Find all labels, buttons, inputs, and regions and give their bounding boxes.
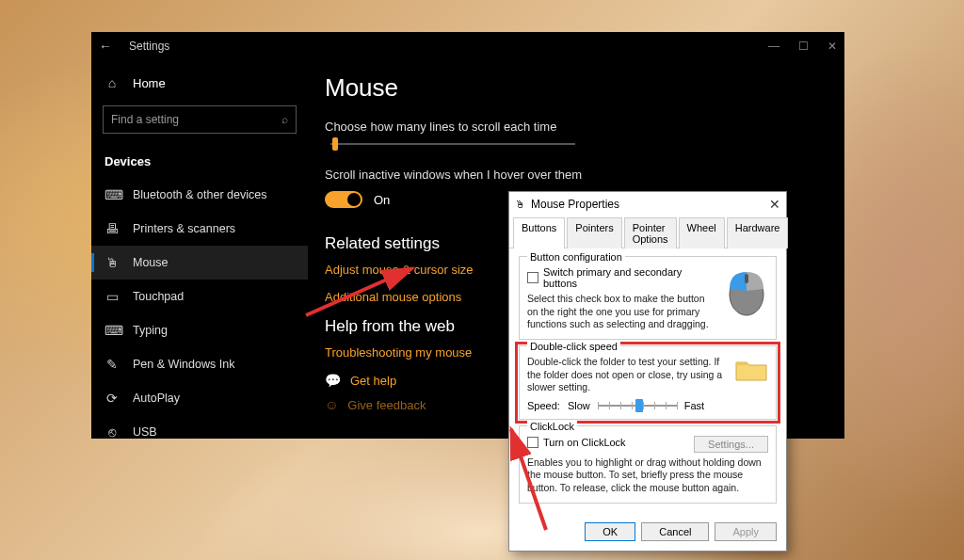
home-nav[interactable]: ⌂ Home bbox=[91, 68, 308, 98]
sidebar-item-label: Typing bbox=[133, 324, 168, 337]
dialog-close-button[interactable]: ✕ bbox=[769, 197, 780, 212]
toggle-state-label: On bbox=[374, 193, 390, 207]
window-title: Settings bbox=[129, 40, 768, 53]
sidebar: ⌂ Home Find a setting ⌕ Devices ⌨Bluetoo… bbox=[91, 60, 308, 439]
sidebar-item-label: USB bbox=[133, 425, 157, 439]
maximize-button[interactable]: ☐ bbox=[798, 40, 809, 53]
slider-thumb[interactable] bbox=[332, 137, 338, 151]
sidebar-item-autoplay[interactable]: ⟳AutoPlay bbox=[91, 381, 308, 415]
scroll-lines-slider[interactable] bbox=[330, 143, 575, 145]
dialog-title: Mouse Properties bbox=[531, 198, 619, 211]
double-click-speed-slider[interactable] bbox=[598, 405, 677, 407]
speed-label: Speed: bbox=[527, 400, 560, 411]
home-label: Home bbox=[133, 76, 166, 90]
sidebar-item-touchpad[interactable]: ▭Touchpad bbox=[91, 280, 308, 313]
tab-pointer-options[interactable]: Pointer Options bbox=[624, 217, 677, 248]
inactive-scroll-label: Scroll inactive windows when I hover ove… bbox=[325, 168, 827, 182]
dialog-titlebar: 🖱 Mouse Properties ✕ bbox=[509, 192, 786, 216]
clicklock-fieldset: ClickLock Turn on ClickLock Settings... … bbox=[519, 425, 777, 504]
sidebar-item-mouse[interactable]: 🖱Mouse bbox=[91, 246, 308, 280]
mouse-icon: 🖱 bbox=[515, 199, 525, 210]
home-icon: ⌂ bbox=[104, 75, 120, 90]
inactive-scroll-toggle[interactable] bbox=[325, 191, 362, 208]
tab-wheel[interactable]: Wheel bbox=[679, 217, 725, 248]
sidebar-item-label: Pen & Windows Ink bbox=[133, 358, 234, 371]
test-folder-icon[interactable] bbox=[734, 356, 768, 384]
feedback-icon: ☺ bbox=[325, 397, 338, 412]
keyboard-icon: ⌨ bbox=[104, 323, 120, 338]
search-input[interactable]: Find a setting ⌕ bbox=[103, 105, 297, 134]
double-click-fieldset: Double-click speed Double-click the fold… bbox=[519, 345, 777, 420]
autoplay-icon: ⟳ bbox=[104, 391, 120, 406]
sidebar-list: ⌨Bluetooth & other devices 🖶Printers & s… bbox=[91, 178, 308, 439]
svg-rect-1 bbox=[745, 274, 748, 283]
touchpad-icon: ▭ bbox=[104, 289, 120, 304]
sidebar-item-printers[interactable]: 🖶Printers & scanners bbox=[91, 212, 308, 246]
clicklock-label: Turn on ClickLock bbox=[543, 437, 626, 448]
ok-button[interactable]: OK bbox=[585, 522, 635, 541]
sidebar-item-label: Bluetooth & other devices bbox=[133, 188, 266, 201]
dialog-tabs: Buttons Pointers Pointer Options Wheel H… bbox=[509, 216, 786, 248]
minimize-button[interactable]: ― bbox=[768, 40, 779, 53]
scroll-lines-label: Choose how many lines to scroll each tim… bbox=[325, 120, 827, 134]
tab-hardware[interactable]: Hardware bbox=[727, 217, 789, 248]
sidebar-item-label: Printers & scanners bbox=[133, 222, 235, 235]
search-icon: ⌕ bbox=[281, 113, 288, 126]
sidebar-item-label: AutoPlay bbox=[133, 392, 180, 405]
sidebar-section-header: Devices bbox=[104, 154, 295, 168]
usb-icon: ⎋ bbox=[104, 424, 120, 439]
get-help-label: Get help bbox=[350, 374, 396, 388]
mouse-icon: 🖱 bbox=[104, 255, 120, 270]
pen-icon: ✎ bbox=[104, 357, 120, 372]
sidebar-item-pen[interactable]: ✎Pen & Windows Ink bbox=[91, 347, 308, 381]
printer-icon: 🖶 bbox=[104, 221, 120, 236]
slow-label: Slow bbox=[568, 400, 590, 411]
give-feedback-label: Give feedback bbox=[347, 398, 426, 412]
switch-buttons-checkbox[interactable] bbox=[527, 272, 538, 283]
double-click-legend: Double-click speed bbox=[527, 341, 620, 352]
devices-icon: ⌨ bbox=[104, 187, 120, 202]
window-titlebar: ← Settings ― ☐ ✕ bbox=[91, 32, 844, 60]
page-title: Mouse bbox=[325, 73, 827, 103]
tab-buttons[interactable]: Buttons bbox=[513, 217, 565, 248]
sidebar-item-label: Mouse bbox=[133, 256, 169, 269]
chat-icon: 💬 bbox=[325, 373, 341, 388]
fast-label: Fast bbox=[684, 400, 704, 411]
sidebar-item-usb[interactable]: ⎋USB bbox=[91, 415, 308, 439]
close-button[interactable]: ✕ bbox=[827, 40, 837, 53]
clicklock-settings-button[interactable]: Settings... bbox=[694, 436, 768, 453]
sidebar-item-typing[interactable]: ⌨Typing bbox=[91, 313, 308, 347]
tab-pointers[interactable]: Pointers bbox=[567, 217, 621, 248]
clicklock-legend: ClickLock bbox=[527, 421, 577, 432]
mouse-illustration bbox=[725, 266, 768, 317]
button-config-fieldset: Button configuration Switch primary and … bbox=[519, 256, 777, 340]
sidebar-item-label: Touchpad bbox=[133, 290, 184, 303]
mouse-properties-dialog: 🖱 Mouse Properties ✕ Buttons Pointers Po… bbox=[508, 191, 787, 552]
clicklock-desc: Enables you to highlight or drag without… bbox=[527, 456, 768, 495]
sidebar-item-bluetooth[interactable]: ⌨Bluetooth & other devices bbox=[91, 178, 308, 212]
cancel-button[interactable]: Cancel bbox=[641, 522, 709, 541]
double-click-desc: Double-click the folder to test your set… bbox=[527, 356, 725, 394]
slider-thumb[interactable] bbox=[635, 399, 643, 412]
button-config-legend: Button configuration bbox=[527, 251, 625, 263]
clicklock-checkbox[interactable] bbox=[527, 437, 538, 448]
back-arrow-icon[interactable]: ← bbox=[99, 39, 112, 54]
switch-buttons-label: Switch primary and secondary buttons bbox=[543, 266, 717, 289]
button-config-desc: Select this check box to make the button… bbox=[527, 293, 717, 331]
apply-button[interactable]: Apply bbox=[715, 522, 777, 541]
search-placeholder: Find a setting bbox=[111, 113, 179, 126]
